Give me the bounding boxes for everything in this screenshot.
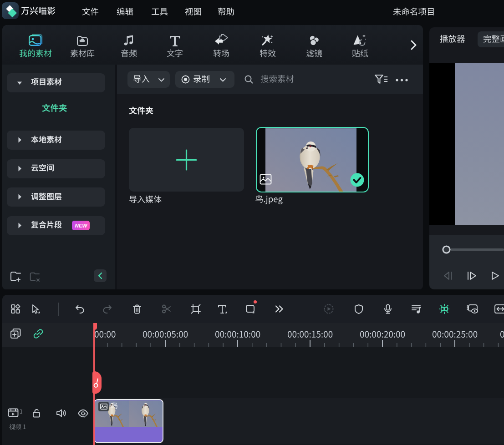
svg-text:NEW: NEW (75, 223, 88, 228)
